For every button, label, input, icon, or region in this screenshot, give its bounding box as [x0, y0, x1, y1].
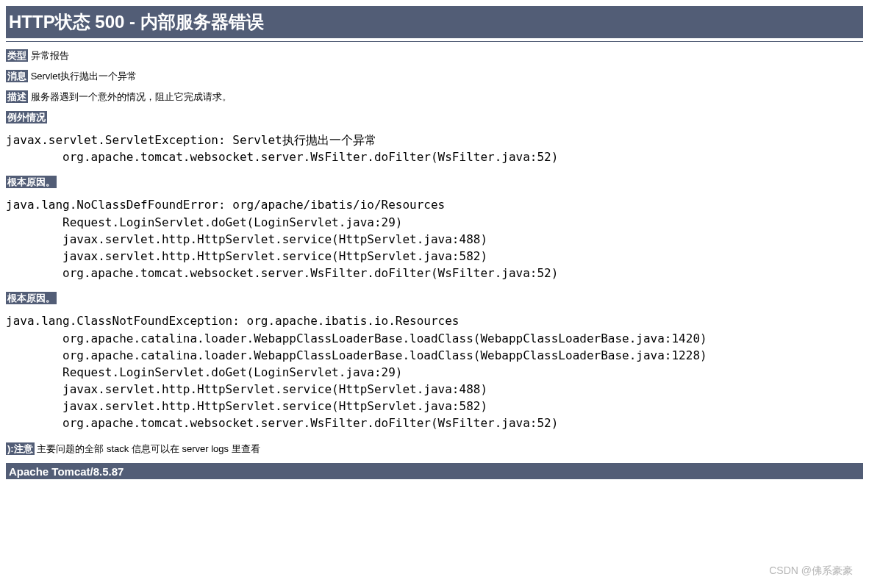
watermark: CSDN @佛系豪豪 — [769, 564, 853, 578]
description-row: 描述 服务器遇到一个意外的情况，阻止它完成请求。 — [6, 90, 863, 104]
exception-label: 例外情况 — [6, 111, 47, 123]
exception-trace: javax.servlet.ServletException: Servlet执… — [6, 132, 863, 165]
server-footer: Apache Tomcat/8.5.87 — [6, 464, 863, 479]
root-cause-2-header: 根本原因。 — [6, 292, 863, 305]
type-label: 类型 — [6, 49, 28, 62]
type-row: 类型 异常报告 — [6, 49, 863, 62]
root-cause-1-header: 根本原因。 — [6, 176, 863, 189]
message-label: 消息 — [6, 70, 28, 82]
message-value: Servlet执行抛出一个异常 — [31, 71, 137, 82]
message-row: 消息 Servlet执行抛出一个异常 — [6, 70, 863, 83]
root-cause-1-label: 根本原因。 — [6, 176, 57, 188]
exception-header: 例外情况 — [6, 111, 863, 124]
divider — [6, 41, 863, 42]
type-value: 异常报告 — [31, 50, 69, 61]
note-value: 主要问题的全部 stack 信息可以在 server logs 里查看 — [37, 443, 260, 454]
description-label: 描述 — [6, 90, 28, 103]
root-cause-1-trace: java.lang.NoClassDefFoundError: org/apac… — [6, 196, 863, 282]
description-value: 服务器遇到一个意外的情况，阻止它完成请求。 — [31, 91, 232, 102]
note-row: ):注意 主要问题的全部 stack 信息可以在 server logs 里查看 — [6, 442, 863, 456]
page-title: HTTP状态 500 - 内部服务器错误 — [6, 6, 863, 38]
root-cause-2-trace: java.lang.ClassNotFoundException: org.ap… — [6, 312, 863, 431]
root-cause-2-label: 根本原因。 — [6, 292, 57, 304]
note-label: ):注意 — [6, 442, 35, 455]
